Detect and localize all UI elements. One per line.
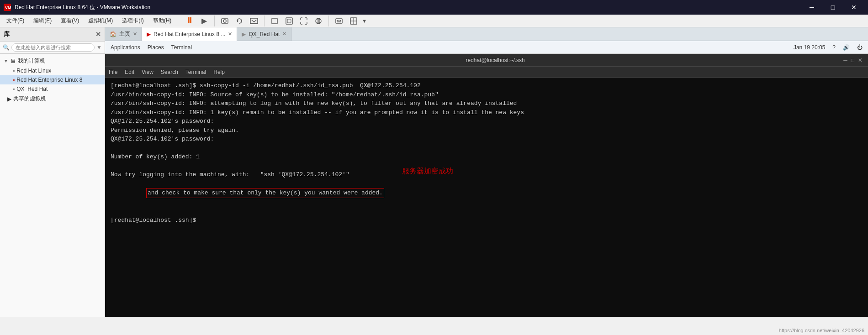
places-menu[interactable]: Places bbox=[148, 44, 164, 51]
terminal-menu-file[interactable]: File bbox=[109, 69, 117, 75]
vm-datetime: Jan 19 20:05 bbox=[794, 44, 825, 51]
content-area: 🏠 主页 ✕ ▶ Red Hat Enterprise Linux 8 ... … bbox=[105, 27, 868, 317]
tab-redhat-label: Red Hat Enterprise Linux 8 ... bbox=[153, 31, 225, 37]
title-bar-left: VM Red Hat Enterprise Linux 8 64 位 - VMw… bbox=[4, 4, 150, 11]
svg-rect-7 bbox=[272, 18, 277, 24]
svg-rect-8 bbox=[286, 18, 292, 24]
vm-active-icon: ▪ bbox=[13, 77, 15, 83]
tab-bar: 🏠 主页 ✕ ▶ Red Hat Enterprise Linux 8 ... … bbox=[105, 27, 868, 41]
view-button[interactable] bbox=[347, 15, 360, 27]
toolbar-btn2[interactable]: ▶ bbox=[198, 15, 211, 27]
title-bar-controls: ─ □ ✕ bbox=[801, 0, 864, 15]
terminal-line-12 bbox=[111, 207, 863, 216]
sidebar-title: 库 bbox=[4, 30, 10, 38]
terminal-line-4: QX@172.25.254.102's password: bbox=[111, 117, 863, 126]
snapshot-button[interactable] bbox=[218, 15, 231, 27]
sidebar-close-button[interactable]: ✕ bbox=[95, 31, 101, 38]
terminal-menu-help[interactable]: Help bbox=[213, 69, 225, 75]
terminal-line-9 bbox=[111, 162, 863, 171]
sidebar-item-shared[interactable]: ▶ 共享的虚拟机 bbox=[0, 94, 105, 104]
view-icon bbox=[349, 17, 358, 25]
terminal-line-10: Now try logging into the machine, with: … bbox=[111, 170, 863, 179]
fit-guest-icon bbox=[270, 17, 279, 25]
terminal-line-13: [redhat@localhost .ssh]$ bbox=[111, 216, 863, 225]
menu-view[interactable]: 查看(V) bbox=[56, 15, 84, 26]
terminal-line-1: /usr/bin/ssh-copy-id: INFO: Source of ke… bbox=[111, 90, 863, 99]
terminal-menu-bar: File Edit View Search Terminal Help bbox=[105, 67, 868, 78]
terminal-close-button[interactable]: ✕ bbox=[858, 57, 863, 63]
unity-button[interactable] bbox=[312, 15, 325, 27]
vm-battery-icon: ? bbox=[832, 44, 836, 51]
vm-toolbar: Applications Places Terminal Jan 19 20:0… bbox=[105, 41, 868, 54]
svg-rect-16 bbox=[340, 20, 341, 21]
terminal-menu-terminal[interactable]: Terminal bbox=[185, 69, 206, 75]
sidebar-item-qx-redhat[interactable]: ▪ QX_Red Hat bbox=[0, 84, 105, 94]
terminal-menu-edit[interactable]: Edit bbox=[125, 69, 134, 75]
revert-icon bbox=[235, 17, 243, 25]
tab-qx-redhat[interactable]: ▶ QX_Red Hat ✕ bbox=[237, 27, 291, 41]
tab-qx-close[interactable]: ✕ bbox=[282, 31, 286, 37]
terminal-minimize-button[interactable]: ─ bbox=[843, 57, 847, 63]
tab-home-label: 主页 bbox=[119, 30, 130, 38]
tab-qx-label: QX_Red Hat bbox=[249, 31, 280, 37]
terminal-output[interactable]: [redhat@localhost .ssh]$ ssh-copy-id -i … bbox=[105, 78, 868, 317]
pause-button[interactable]: ⏸ bbox=[183, 15, 196, 27]
vm-tab-icon: ▶ bbox=[147, 31, 151, 37]
close-button[interactable]: ✕ bbox=[843, 0, 864, 15]
computer-icon: 🖥 bbox=[10, 58, 16, 64]
menu-file[interactable]: 文件(F) bbox=[2, 15, 29, 26]
sidebar-item-redhat-enterprise[interactable]: ▪ Red Hat Enterprise Linux 8 bbox=[0, 75, 105, 84]
sidebar-item-label: Red Hat Linux bbox=[16, 68, 51, 74]
tree-my-computer-group: ▼ 🖥 我的计算机 ▪ Red Hat Linux ▪ Red Hat Ente… bbox=[0, 56, 105, 94]
tab-home[interactable]: 🏠 主页 ✕ bbox=[105, 27, 142, 41]
send-button[interactable] bbox=[248, 15, 260, 27]
sidebar-search-input[interactable] bbox=[11, 43, 95, 52]
title-bar: VM Red Hat Enterprise Linux 8 64 位 - VMw… bbox=[0, 0, 868, 15]
terminal-menu-view[interactable]: View bbox=[142, 69, 153, 75]
svg-point-3 bbox=[223, 20, 226, 22]
minimize-button[interactable]: ─ bbox=[801, 0, 822, 15]
menu-bar: 文件(F) 编辑(E) 查看(V) 虚拟机(M) 选项卡(I) 帮助(H) ⏸ … bbox=[0, 15, 868, 27]
fit-window-button[interactable] bbox=[283, 15, 296, 27]
maximize-button[interactable]: □ bbox=[822, 0, 843, 15]
tab-redhat-close[interactable]: ✕ bbox=[228, 31, 232, 37]
revert-button[interactable] bbox=[233, 15, 246, 27]
search-icon: 🔍 bbox=[3, 44, 10, 51]
tab-home-close[interactable]: ✕ bbox=[133, 31, 137, 37]
sidebar-search-bar: 🔍 ▼ bbox=[0, 42, 105, 54]
terminal-line-7 bbox=[111, 144, 863, 153]
svg-rect-5 bbox=[250, 18, 258, 24]
fit-guest-button[interactable] bbox=[268, 15, 281, 27]
app-icon: VM bbox=[4, 4, 11, 11]
terminal-menu-search[interactable]: Search bbox=[161, 69, 178, 75]
svg-text:VM: VM bbox=[5, 5, 11, 10]
sidebar-dropdown-icon[interactable]: ▼ bbox=[96, 44, 102, 51]
sidebar-item-redhat-linux[interactable]: ▪ Red Hat Linux bbox=[0, 66, 105, 75]
tab-redhat-enterprise[interactable]: ▶ Red Hat Enterprise Linux 8 ... ✕ bbox=[142, 27, 237, 41]
terminal-menu[interactable]: Terminal bbox=[171, 44, 192, 51]
keyboard-icon bbox=[335, 17, 343, 25]
terminal-title-controls: ─ □ ✕ bbox=[843, 57, 863, 63]
sidebar-shared-label: 共享的虚拟机 bbox=[13, 95, 46, 103]
sidebar-tree: ▼ 🖥 我的计算机 ▪ Red Hat Linux ▪ Red Hat Ente… bbox=[0, 54, 105, 106]
watermark: https://blog.csdn.net/weixin_42042926 bbox=[779, 328, 864, 333]
fullscreen-button[interactable] bbox=[297, 15, 310, 27]
home-icon: 🏠 bbox=[110, 31, 116, 37]
terminal-maximize-button[interactable]: □ bbox=[851, 57, 854, 63]
svg-rect-17 bbox=[337, 21, 341, 22]
vm-power-icon: ⏻ bbox=[857, 44, 863, 51]
main-layout: 库 ✕ 🔍 ▼ ▼ 🖥 我的计算机 ▪ Red Hat Linux ▪ bbox=[0, 27, 868, 317]
applications-menu[interactable]: Applications bbox=[111, 44, 140, 51]
terminal-container: redhat@localhost:~/.ssh ─ □ ✕ File Edit … bbox=[105, 54, 868, 317]
menu-help[interactable]: 帮助(H) bbox=[148, 15, 176, 26]
svg-rect-9 bbox=[287, 19, 291, 23]
menu-edit[interactable]: 编辑(E) bbox=[29, 15, 56, 26]
fullscreen-icon bbox=[300, 17, 308, 25]
toolbar-sep1 bbox=[214, 16, 215, 26]
menu-vm[interactable]: 虚拟机(M) bbox=[84, 15, 117, 26]
menu-tabs[interactable]: 选项卡(I) bbox=[117, 15, 148, 26]
svg-marker-4 bbox=[237, 20, 238, 22]
send-ctrlaltdel-button[interactable] bbox=[333, 15, 345, 27]
sidebar-item-my-computer[interactable]: ▼ 🖥 我的计算机 bbox=[0, 56, 105, 66]
sidebar: 库 ✕ 🔍 ▼ ▼ 🖥 我的计算机 ▪ Red Hat Linux ▪ bbox=[0, 27, 105, 317]
